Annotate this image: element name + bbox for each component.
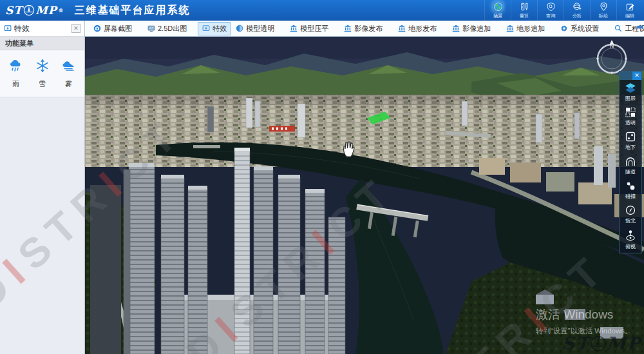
tool-north[interactable]: 指北 xyxy=(620,202,641,227)
analysis-icon xyxy=(572,1,582,12)
toolbar-collapse-button[interactable]: ◀◀ xyxy=(636,24,641,30)
toolbar-label: 影像追加 xyxy=(462,24,491,34)
terrain-publish-button[interactable]: 地形发布 xyxy=(393,22,441,35)
export-icon xyxy=(147,25,155,32)
edit-icon xyxy=(625,1,635,12)
model-transparent-button[interactable]: 模型透明 xyxy=(231,22,279,35)
screenshot-button[interactable]: 屏幕截图 xyxy=(89,22,137,35)
model-flatten-icon xyxy=(290,25,298,32)
terrain-append-button[interactable]: 地形追加 xyxy=(502,22,549,35)
effect-rain[interactable]: 雨 xyxy=(3,58,29,89)
logo-text-st: ST xyxy=(5,4,23,17)
nav-label: 场景 xyxy=(493,12,503,19)
effect-snow[interactable]: 雪 xyxy=(29,58,55,89)
effects-list: 雨 雪 雾 xyxy=(0,50,84,97)
imagery-append-icon xyxy=(452,25,460,32)
tool-layers[interactable]: 图层 xyxy=(620,80,641,104)
nav-label: 标绘 xyxy=(599,12,609,19)
scene-tools-close-button[interactable]: ✕ xyxy=(632,72,641,80)
tool-underground[interactable]: 地下 xyxy=(620,129,641,153)
app-window: ST MP ® 三维基础平台应用系统 场景 量算 xyxy=(0,0,644,354)
effects-panel-title: 特效 xyxy=(14,23,71,34)
effect-fog[interactable]: 雾 xyxy=(55,58,82,89)
stamp-logo: ST MP ® xyxy=(5,4,64,17)
effects-button[interactable]: 特效 xyxy=(198,22,231,35)
toolbar-label: 模型透明 xyxy=(246,24,274,34)
nav-item-measure[interactable]: 量算 xyxy=(511,0,537,21)
compass-north-label: N xyxy=(610,43,614,49)
effects-panel-header: 特效 ✕ xyxy=(0,21,84,37)
underground-icon xyxy=(625,132,636,142)
effect-label: 雨 xyxy=(12,79,19,89)
scene-tools-toolbar: ✕ 图层 透明 地下 隧道 碰撞 xyxy=(619,71,642,253)
app-title: 三维基础平台应用系统 xyxy=(75,4,191,17)
tool-label: 透明 xyxy=(625,119,636,127)
logo-text-mp: MP xyxy=(35,4,57,17)
compass-logo-icon xyxy=(23,5,35,16)
panel-close-button[interactable]: ✕ xyxy=(71,24,80,33)
tool-label: 俯视 xyxy=(625,243,636,251)
terrain-publish-icon xyxy=(398,25,406,32)
layers-icon xyxy=(625,83,636,93)
model-transparent-icon xyxy=(236,25,243,32)
tool-label: 指北 xyxy=(625,217,636,225)
fog-icon xyxy=(61,58,77,74)
imagery-append-button[interactable]: 影像追加 xyxy=(448,22,495,35)
system-settings-button[interactable]: 系统设置 xyxy=(556,22,603,35)
transparency-icon xyxy=(625,107,636,117)
city-3d-scene xyxy=(85,37,644,354)
toolbar-label: 2.5D出图 xyxy=(158,24,187,34)
system-settings-icon xyxy=(560,25,568,32)
effects-icon xyxy=(202,25,210,32)
tool-label: 图层 xyxy=(625,95,636,103)
nav-item-edit[interactable]: 编辑 xyxy=(616,0,643,21)
project-settings-icon xyxy=(614,25,622,32)
toolbar-label: 模型压平 xyxy=(300,24,328,34)
nav-item-query[interactable]: 查询 xyxy=(537,0,564,21)
nav-label: 量算 xyxy=(520,12,529,19)
map-toolbar: 屏幕截图 2.5D出图 特效 模型透明 模型压平 影像发布 地形发布 xyxy=(85,21,644,37)
toolbar-label: 地形发布 xyxy=(408,24,437,34)
model-flatten-button[interactable]: 模型压平 xyxy=(285,22,333,35)
toolbar-label: 地形追加 xyxy=(516,24,545,34)
nav-label: 编辑 xyxy=(625,12,635,19)
north-icon xyxy=(625,205,636,215)
tool-overhead[interactable]: 俯视 xyxy=(620,227,641,253)
snow-icon xyxy=(35,58,50,74)
tool-label: 地下 xyxy=(625,144,636,152)
header-nav: 场景 量算 查询 分析 xyxy=(484,0,643,21)
tool-collision[interactable]: 碰撞 xyxy=(620,178,641,202)
scene-tools-header: ✕ xyxy=(620,72,641,80)
toolbar-label: 系统设置 xyxy=(571,24,599,34)
effect-label: 雪 xyxy=(39,79,46,89)
nav-item-analysis[interactable]: 分析 xyxy=(564,0,590,21)
effects-panel-icon xyxy=(4,25,12,32)
logo-registered-mark: ® xyxy=(59,7,64,14)
overhead-icon xyxy=(625,230,636,241)
nav-label: 查询 xyxy=(546,12,556,19)
effect-label: 雾 xyxy=(65,79,72,89)
plot-icon xyxy=(598,1,609,12)
measure-icon xyxy=(519,1,529,12)
toolbar-label: 特效 xyxy=(213,24,227,34)
tool-label: 碰撞 xyxy=(625,193,636,201)
header-bar: ST MP ® 三维基础平台应用系统 场景 量算 xyxy=(0,0,644,21)
collision-icon xyxy=(625,181,636,191)
imagery-publish-icon xyxy=(344,25,352,32)
imagery-publish-button[interactable]: 影像发布 xyxy=(339,22,387,35)
nav-item-scene[interactable]: 场景 xyxy=(484,0,511,21)
tool-label: 隧道 xyxy=(625,168,636,176)
map-viewport[interactable]: N ✕ 图层 透明 地下 xyxy=(85,37,644,354)
tool-transparency[interactable]: 透明 xyxy=(620,104,641,129)
toolbar-label: 屏幕截图 xyxy=(104,24,132,34)
export-2-5d-button[interactable]: 2.5D出图 xyxy=(143,22,191,35)
effects-panel: 特效 ✕ 功能菜单 雨 雪 雾 xyxy=(0,21,85,354)
compass-navigation[interactable]: N xyxy=(594,39,630,75)
nav-item-plot[interactable]: 标绘 xyxy=(590,0,616,21)
rain-icon xyxy=(8,58,24,74)
tool-tunnel[interactable]: 隧道 xyxy=(620,153,641,178)
terrain-append-icon xyxy=(506,25,514,32)
nav-label: 分析 xyxy=(573,12,582,19)
toolbar-label: 影像发布 xyxy=(354,24,383,34)
query-icon xyxy=(545,1,556,12)
